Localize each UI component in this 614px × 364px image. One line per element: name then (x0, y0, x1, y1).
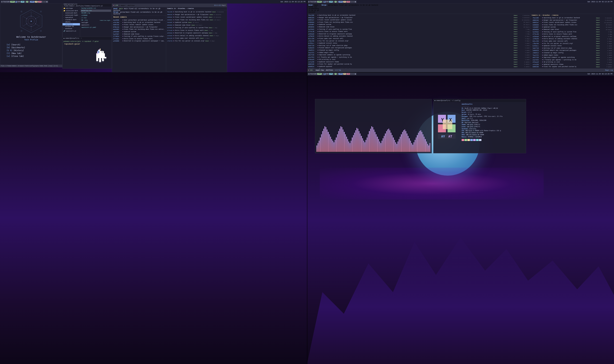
magit-right-commit-item[interactable]: 44063af ● Fixes recent qutebrowser updat… (167, 16, 226, 19)
viz-bar (427, 144, 428, 152)
magit-log-right-item[interactable]: 2774c38●Extra lines to ensure flakes wor… (532, 33, 613, 35)
magit-right-commit-item[interactable]: cd78e50 ● Extra detail on adding unstabl… (167, 35, 226, 37)
sidebar-background[interactable]: 📁 selenized-dark (63, 10, 80, 12)
taskbar-app-left[interactable]: ▶ Youtube 100% ▊ 59% 10% | 4 | 100% 1% 1… (1, 0, 48, 3)
magit-log-item[interactable]: e817f20●Improved comment on agenda syntc… (307, 54, 530, 56)
magit-log-right-item[interactable]: cd78e50●Extra detail on adding unstable … (532, 38, 613, 40)
file-uwunicorn2[interactable]: uwunicorn (81, 24, 111, 26)
sidebar-uwunicorn[interactable]: - uwunicorn (63, 23, 80, 25)
magit-commit-item[interactable]: bdd2003●Fixes flake not building when fl… (112, 28, 166, 31)
menu-item-quickmarks[interactable]: [b] [Quickmarks] (7, 46, 59, 49)
sidebar-ubuntu[interactable]: - ubuntu (63, 21, 80, 23)
magit-log-item[interactable]: cd78e50●Extra detail on adding unstable … (307, 35, 530, 38)
menu-item-search[interactable]: [o] [Search] (7, 44, 59, 46)
magit-log-item[interactable]: 2774c38●Extra lines to ensure flakes wor… (307, 30, 530, 33)
magit-log-right-item[interactable]: 4986104●Ranger dnd optimization + qb fil… (532, 19, 613, 22)
magit-commit-item[interactable]: 277a4dc●Extra lines to ensure flakes wor… (112, 38, 166, 40)
magit-log-item[interactable]: 621c150●Fixes qemu user session uefiEmme… (307, 38, 530, 40)
menu-item-closetab[interactable]: [x] [Close tab] (7, 55, 59, 57)
neofetch-titlebar: ■ emmet@snowfire: ~/.config (433, 99, 526, 102)
tag-9: ▣ (46, 1, 47, 3)
menu-item-history[interactable]: [S h] [History] (7, 49, 59, 52)
magit-commit-item[interactable]: a956d60●Updated system (112, 31, 166, 33)
magit-log-right-item[interactable]: e817f20●Improved comment on agenda syntc… (532, 56, 613, 59)
magit-right-commit-item[interactable]: 4986104 ● Ranger dnd optimization + qb f… (167, 13, 226, 16)
magit-commit-item[interactable]: 5a4f60f●Removed some bloat (112, 33, 166, 35)
magit-log-item[interactable]: d950656●Removed some bloatEmmet18 hours (307, 26, 530, 28)
magit-log-right-item[interactable]: e1e7253●I finally got agenda + syntching… (532, 59, 613, 61)
magit-log-item[interactable]: f9a1280●Switching back to gh as screensh… (307, 14, 530, 17)
magit-right-commit-item[interactable]: a256da0 ● Reverted to original uwunicorn… (167, 32, 226, 35)
magit-right-commit-item[interactable]: c70ef49 ● Fix for nix parser on install.… (167, 40, 226, 43)
sidebar-windows95[interactable]: - windows-95 (63, 25, 80, 28)
magit-log-item[interactable]: b080340●Fixes for waybar and patched cus… (307, 63, 530, 65)
magit-log-right-item[interactable]: 621c150●Fixes qemu user session uefiEmme… (532, 40, 613, 42)
magit-log-item[interactable]: bc91bcc●Updated install notesEmmet1 week (307, 42, 530, 45)
magit-log-right-item[interactable]: bc91bcc●Updated install notesEmmet1 week (532, 45, 613, 47)
file-re-org[interactable]: RE-.org tomorrow-night (81, 19, 111, 21)
viz-bar (394, 140, 395, 152)
magit-log-right-item[interactable]: 5a6b619●Pinned embark and reorganized pa… (532, 49, 613, 52)
magit-log-right-item[interactable]: df4eee9●3d printing is coolEmmet1 week (532, 61, 613, 63)
magit-log-right-item[interactable]: f9a1280●Switching back to gh as screensh… (532, 17, 613, 19)
magit-log-right-item[interactable]: c9b0513●Cleaned up magit configEmmet1 we… (532, 52, 613, 54)
magit-right-commit-item[interactable]: 2774c38 ● Extra lines to ensure flakes w… (167, 29, 226, 32)
magit-log-right-item[interactable]: 5af93d2●Testing if auto-cpufreq is syste… (532, 31, 613, 33)
file-background256[interactable]: background256.txt (81, 7, 111, 9)
magit-right-commit-item[interactable]: 5af93d2 ● Testing if auto-cpufreq is sys… (167, 27, 226, 29)
magit-commit-item[interactable]: 4406fb9●Fixes recent remoter update issu… (112, 24, 166, 26)
magit-log-item[interactable]: fa5b90f●Updated systemEmmet18 hours (307, 24, 530, 26)
magit-log-item[interactable]: 5a6b619●Pinned embark and reorganized pa… (307, 47, 530, 49)
magit-log-item[interactable]: c70ef49●Fix for nix parser on install.or… (307, 40, 530, 42)
magit-log-right-item[interactable]: 4286044●Fixes flake not building when fl… (532, 24, 613, 26)
magit-log-item[interactable]: 4986104●Ranger dnd optimization + qb fil… (307, 17, 530, 19)
sidebar-uwunicorn-yt[interactable]: 🔗 uwunicorn-yt (63, 30, 80, 32)
sidebar-selenized-dark[interactable]: - selenized-dark (63, 12, 80, 14)
viz-bar (400, 137, 401, 152)
magit-commit-item[interactable]: a256800●Reverted to original uwunicorn w… (112, 40, 166, 42)
file-ir-nix[interactable]: ir-nix (81, 17, 111, 19)
sidebar-ald-hope[interactable]: 📁 ald-hope (63, 7, 80, 10)
magit-log-item[interactable]: a256da0●Reverted to original uwunicorn w… (307, 33, 530, 35)
magit-log-right-item[interactable]: c70ef49●Fix for nix parser on install.or… (532, 42, 613, 45)
magit-log-item[interactable]: b040014●Updated pyplandEmmet2 weeks (307, 65, 530, 68)
magit-commit-item[interactable]: ef0c50d●Switching back to gh as screensh… (112, 21, 166, 24)
magit-right-commit-item[interactable]: f9a1280 ● Switching back to gh as screen… (167, 11, 226, 13)
magit-log-item[interactable]: cefa230●Updated uwunicorn themeEmmet2 we… (307, 61, 530, 63)
sidebar-spacedisk[interactable]: - spacedisk (63, 16, 80, 19)
magit-log-item[interactable]: c9b0513●Cleaned up magit configEmmet1 we… (307, 49, 530, 52)
magit-log-right-item[interactable]: b080340●Fixes for waybar and patched cus… (532, 66, 613, 68)
magit-log-item[interactable]: 44063af●Fixes recent qutebrowser update … (307, 19, 530, 21)
magit-log-right-item[interactable]: 5d4f718●Getting rid of some electron pkg… (532, 47, 613, 50)
magit-right-commit-item[interactable]: 4286044 ● Fixes flake not building when … (167, 19, 226, 22)
file-license[interactable]: LICENSE (81, 14, 111, 17)
magit-log-right-item[interactable]: d950656●Removed some bloatEmmet18 hours (532, 28, 613, 31)
sidebar-standard-dark[interactable]: - standard-dark (63, 19, 80, 21)
menu-item-newtab[interactable]: [t] [New tab] (7, 52, 59, 54)
taskbar-bottom[interactable]: ▶ Youtube 100% | ▊ 59% 10% | 4 | 100% 1%… (308, 73, 357, 75)
sidebar-woodland[interactable]: - woodland (63, 28, 80, 30)
magit-commit-item[interactable]: 8706c0d●Ranger dnd optimization + qb fil… (112, 26, 166, 28)
magit-log-item[interactable]: 5d4f718●Getting rid of some electron pkg… (307, 45, 530, 47)
magit-log-right-item[interactable]: fa5b90f●Updated systemEmmet18 hours (532, 26, 613, 28)
magit-log-item[interactable]: e1e7253●I finally got agenda + syntching… (307, 56, 530, 59)
file-uwunicorn-yaml[interactable]: uwunicorn-yt.yaml (81, 26, 111, 29)
magit-log-item[interactable]: 4286044●Fixes flake not building when fl… (307, 21, 530, 24)
magit-right-commit-item[interactable]: d950656 ● Removed some bloat Emmet 18 ho… (167, 24, 226, 27)
magit-commit-item[interactable]: 277402d●Testing if auto-cpufreq is syste… (112, 35, 166, 38)
magit-log-right-item[interactable]: a256da0●Reverted to original uwunicorn w… (532, 35, 613, 38)
file-polarity[interactable]: polarity.txt (81, 10, 111, 12)
magit-right-commit-item[interactable]: fa5b90f ● Updated system Emmet 18 hours (167, 21, 226, 24)
sidebar-selenized-light[interactable]: - selenized-light (63, 14, 80, 16)
magit-log-item[interactable]: 7ea1f21●Added magit-todosEmmet1 week (307, 52, 530, 54)
file-twilight[interactable]: twilight (81, 22, 111, 24)
taskbar-app-right[interactable]: ▶ Youtube 100% | ▊ 59% 10% | 4 | 100% 1%… (308, 0, 357, 3)
magit-log-right-item[interactable]: 7ea1f21●Added magit-todosEmmet1 week (532, 54, 613, 56)
magit-log-item[interactable]: df4eee9●3d printing is coolEmmet1 week (307, 58, 530, 61)
magit-right-commit-item[interactable]: 621c150 ● Fixes qemu user session uefi E… (167, 37, 226, 40)
magit-commit-item[interactable]: dee0888●main gitea/main gitlab/main gith… (112, 19, 166, 21)
magit-log-item[interactable]: 5af93d2●Testing if auto-cpufreq is syste… (307, 28, 530, 31)
magit-log-right-item[interactable]: cefa230●Updated uwunicorn themeEmmet2 we… (532, 63, 613, 66)
magit-log-right-item[interactable]: 44063af●Fixes recent qutebrowser update … (532, 21, 613, 24)
file-readme[interactable]: README.org (81, 12, 111, 14)
